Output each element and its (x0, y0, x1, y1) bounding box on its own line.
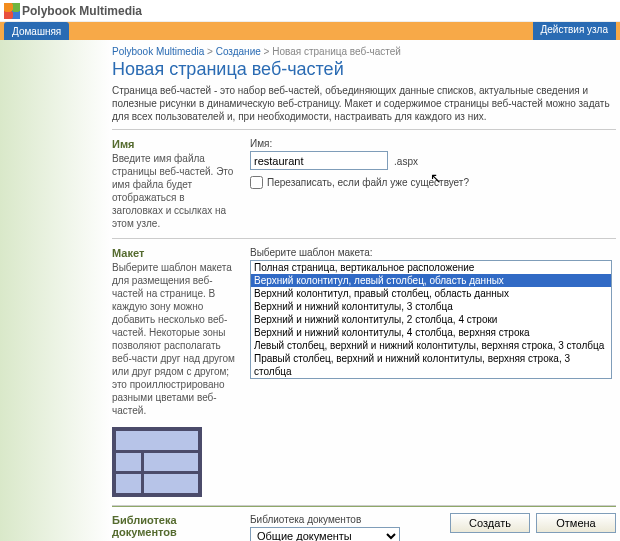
section-layout-header: Макет (112, 247, 238, 259)
name-suffix: .aspx (394, 156, 418, 167)
breadcrumb-create-link[interactable]: Создание (216, 46, 261, 57)
section-layout-help: Выберите шаблон макета для размещения ве… (112, 261, 238, 417)
name-field-label: Имя: (250, 138, 616, 149)
section-layout: Макет Выберите шаблон макета для размеще… (112, 238, 616, 505)
layout-option[interactable]: Верхний и нижний колонтитулы, 2 столбца,… (251, 313, 611, 326)
app-header: Polybook Multimedia (0, 0, 620, 22)
layout-option[interactable]: Правый столбец, верхний и нижний колонти… (251, 352, 611, 378)
button-bar: Создать Отмена (112, 506, 616, 535)
breadcrumb-site-link[interactable]: Polybook Multimedia (112, 46, 204, 57)
layout-option[interactable]: Верхний и нижний колонтитулы, 3 столбца (251, 300, 611, 313)
tab-home-label: Домашняя (12, 26, 61, 37)
layout-option[interactable]: Верхний колонтитул, левый столбец, облас… (251, 274, 611, 287)
name-input[interactable] (250, 151, 388, 170)
tab-home[interactable]: Домашняя (4, 22, 69, 40)
cancel-button[interactable]: Отмена (536, 513, 616, 533)
site-actions-button[interactable]: Действия узла (533, 22, 616, 40)
section-name: Имя Введите имя файла страницы веб-часте… (112, 129, 616, 238)
breadcrumb-current: Новая страница веб-частей (272, 46, 401, 57)
page-description: Страница веб-частей - это набор веб-част… (112, 84, 616, 129)
site-actions-label: Действия узла (541, 24, 608, 35)
layout-option[interactable]: Левый столбец, верхний и нижний колонтит… (251, 339, 611, 352)
app-title: Polybook Multimedia (22, 4, 142, 18)
section-name-header: Имя (112, 138, 238, 150)
page-title: Новая страница веб-частей (112, 59, 616, 84)
overwrite-label: Перезаписать, если файл уже существует? (267, 177, 469, 188)
layout-option[interactable]: Верхний колонтитул, правый столбец, обла… (251, 287, 611, 300)
top-tab-bar: Домашняя Действия узла (0, 22, 620, 40)
layout-option[interactable]: Верхний и нижний колонтитулы, 4 столбца,… (251, 326, 611, 339)
overwrite-checkbox[interactable] (250, 176, 263, 189)
layout-preview-icon (112, 427, 202, 497)
section-name-help: Введите имя файла страницы веб-частей. Э… (112, 152, 238, 230)
breadcrumb: Polybook Multimedia > Создание > Новая с… (112, 40, 616, 59)
layout-option[interactable]: Полная страница, вертикальное расположен… (251, 261, 611, 274)
app-logo-icon (4, 3, 20, 19)
layout-template-listbox[interactable]: Полная страница, вертикальное расположен… (250, 260, 612, 379)
layout-field-label: Выберите шаблон макета: (250, 247, 616, 258)
create-button[interactable]: Создать (450, 513, 530, 533)
